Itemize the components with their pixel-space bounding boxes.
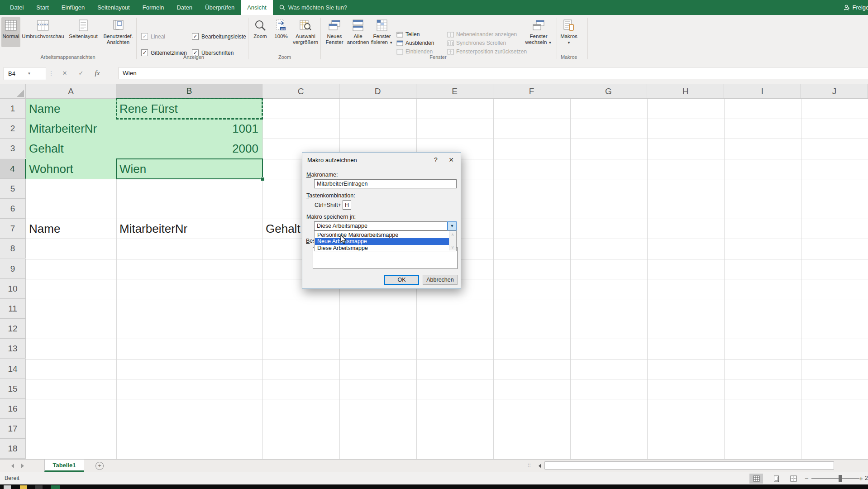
ribbon-tab-daten[interactable]: Daten [170,0,199,15]
shortcut-key-input[interactable]: H [343,200,351,210]
cell-a1[interactable]: Name [29,99,112,119]
chevron-down-icon[interactable]: ∨ [451,245,454,249]
row-header-11[interactable]: 11 [0,299,26,319]
normal-view-button[interactable]: Normal [1,17,20,47]
store-macro-dropdown-list[interactable]: ∧ ∨ Persönliche MakroarbeitsmappeNeue Ar… [314,230,457,251]
column-header-d[interactable]: D [339,84,416,99]
row-header-4[interactable]: 4 [0,159,26,179]
ribbon-tab-formeln[interactable]: Formeln [136,0,171,15]
taskbar-app-icon[interactable] [35,485,43,489]
freeze-panes-button[interactable]: Fenster fixieren ▼ [369,17,395,47]
cell-a7[interactable]: Name [29,219,112,239]
ribbon-tab-ansicht[interactable]: Ansicht [241,0,273,15]
sheet-next-icon[interactable] [21,464,24,468]
custom-views-button[interactable]: Benutzerdef. Ansichten [102,17,134,47]
ribbon-tab-seitenlayout[interactable]: Seitenlayout [91,0,136,15]
excel-taskbar-icon[interactable] [51,485,60,489]
column-header-c[interactable]: C [262,84,339,99]
cell-a2[interactable]: MitarbeiterNr [29,119,112,139]
column-header-b[interactable]: B [116,84,262,99]
cell-b7[interactable]: MitarbeiterNr [119,219,258,239]
row-header-15[interactable]: 15 [0,379,26,399]
switch-windows-button[interactable]: Fenster wechseln ▼ [524,17,553,47]
zoom-in-button[interactable]: + [859,475,863,482]
sheet-prev-icon[interactable] [11,464,14,468]
view-normal-button[interactable] [749,474,763,484]
dropdown-option-1[interactable]: Persönliche Makroarbeitsmappe [315,231,449,238]
cancel-button[interactable]: Abbrechen [423,275,458,285]
name-box-splitter[interactable]: ⋮ [47,67,55,79]
cell-a4[interactable]: Wohnort [29,159,112,179]
hscroll-left-icon[interactable] [539,464,541,468]
zoom-button[interactable]: Zoom [250,17,271,47]
start-button-icon[interactable] [4,485,11,489]
row-header-17[interactable]: 17 [0,419,26,439]
new-window-button[interactable]: Neues Fenster [322,17,347,47]
row-header-5[interactable]: 5 [0,179,26,199]
tell-me-search[interactable]: Was möchten Sie tun? [279,0,347,15]
column-header-a[interactable]: A [26,84,116,99]
file-explorer-icon[interactable] [20,485,27,489]
formula-input[interactable]: Wien [119,67,868,79]
column-header-j[interactable]: J [801,84,868,99]
cancel-entry-icon[interactable]: ✕ [58,67,72,79]
name-box[interactable]: B4 ▼ [4,67,46,80]
column-header-g[interactable]: G [570,84,647,99]
row-header-1[interactable]: 1 [0,99,26,119]
chevron-down-icon[interactable]: ▼ [28,72,43,76]
dropdown-option-3[interactable]: Diese Arbeitsmappe [315,244,449,251]
cell-a3[interactable]: Gehalt [29,139,112,158]
formula-bar-checkbox[interactable]: ✓Bearbeitungsleiste [192,33,246,40]
ok-button[interactable]: OK [384,275,419,285]
chevron-up-icon[interactable]: ∧ [451,232,454,237]
insert-function-icon[interactable]: fx [91,67,104,79]
row-header-6[interactable]: 6 [0,199,26,219]
ribbon-tab-einfügen[interactable]: Einfügen [55,0,91,15]
row-header-13[interactable]: 13 [0,339,26,359]
row-header-7[interactable]: 7 [0,219,26,239]
dialog-help-icon[interactable]: ? [430,155,442,165]
combobox-dropdown-button[interactable]: ▼ [448,222,456,230]
view-page-layout-button[interactable] [769,474,783,484]
share-button[interactable]: Freigeben [844,0,868,15]
ribbon-tab-datei[interactable]: Datei [4,0,30,15]
row-header-10[interactable]: 10 [0,279,26,299]
split-button[interactable]: Teilen [396,31,420,38]
column-header-h[interactable]: H [647,84,724,99]
row-header-18[interactable]: 18 [0,439,26,459]
dropdown-scrollbar[interactable]: ∧ ∨ [449,231,456,250]
sheet-tab-tabelle1[interactable]: Tabelle1 [44,460,84,472]
horizontal-scrollbar-thumb[interactable] [544,461,834,470]
new-sheet-button[interactable]: + [95,462,104,470]
row-header-2[interactable]: 2 [0,119,26,139]
cell-b2[interactable]: 1001 [119,119,258,139]
page-break-preview-button[interactable]: Umbruchvorschau [21,17,65,47]
arrange-all-button[interactable]: Alle anordnen [348,17,368,47]
row-header-16[interactable]: 16 [0,399,26,419]
column-header-i[interactable]: I [724,84,801,99]
ribbon-tab-überprüfen[interactable]: Überprüfen [199,0,241,15]
macros-button[interactable]: Makros ▼ [558,17,579,47]
zoom-slider-thumb[interactable] [839,475,842,482]
macro-name-input[interactable]: MitarbeiterEintragen [314,179,457,188]
tab-scrollbar-splitter[interactable]: ⁞⁞ [528,463,531,468]
row-header-3[interactable]: 3 [0,139,26,158]
hide-button[interactable]: Ausblenden [396,40,434,46]
column-header-f[interactable]: F [493,84,570,99]
dialog-close-icon[interactable]: ✕ [445,155,457,165]
fill-handle[interactable] [261,177,265,181]
select-all-corner[interactable] [0,84,26,99]
column-header-e[interactable]: E [416,84,493,99]
zoom-100-button[interactable]: 100 100% [272,17,291,47]
zoom-slider-track[interactable] [811,478,859,479]
zoom-to-selection-button[interactable]: Auswahl vergrößern [291,17,320,47]
cell-b3[interactable]: 2000 [119,139,258,158]
windows-taskbar[interactable] [0,484,868,489]
row-header-9[interactable]: 9 [0,259,26,279]
zoom-out-button[interactable]: − [805,475,809,482]
store-macro-in-combobox[interactable]: Diese Arbeitsmappe ▼ [314,221,457,230]
zoom-percentage-clipped[interactable]: 2 [865,475,868,481]
page-layout-view-button[interactable]: Seitenlayout [66,17,101,47]
dropdown-option-2[interactable]: Neue Arbeitsmappe [315,238,449,245]
row-header-12[interactable]: 12 [0,319,26,339]
